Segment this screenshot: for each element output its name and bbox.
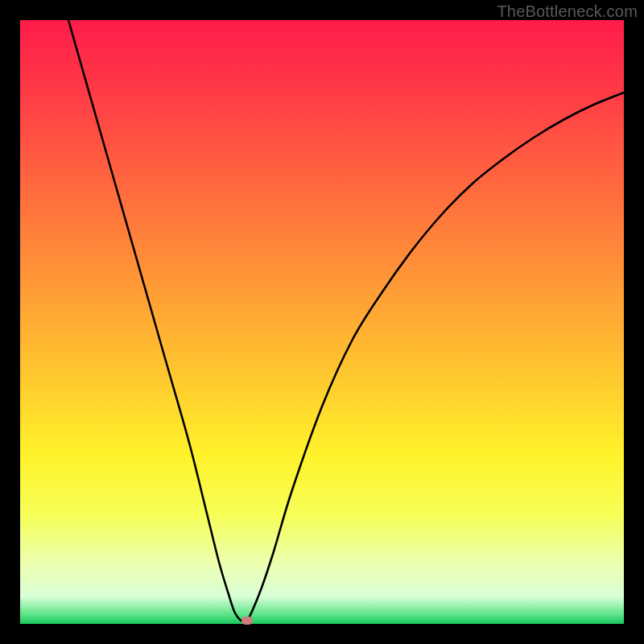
watermark-text: TheBottleneck.com: [497, 2, 638, 21]
bottleneck-chart: [20, 20, 624, 624]
optimal-point-marker: [242, 617, 253, 625]
gradient-background: [20, 20, 624, 624]
